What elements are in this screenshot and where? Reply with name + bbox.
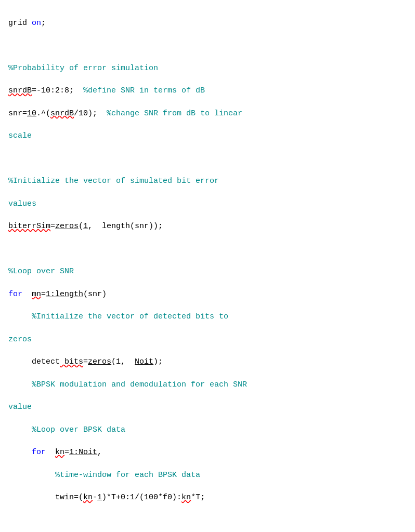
line-comment-loop-bpsk: %Loop over BPSK data xyxy=(8,424,407,436)
line-values: values xyxy=(8,198,407,210)
line-comment-init: %Initialize the vector of detected bits … xyxy=(8,311,407,323)
line-comment-loop: %Loop over SNR xyxy=(8,266,407,277)
line-detect: detect bits=zeros(1, Noit); xyxy=(8,356,407,368)
line-snrdb: snrdB=-10:2:8; %define SNR in terms of d… xyxy=(8,85,407,97)
code-editor: grid on; %Probability of error simulatio… xyxy=(8,6,407,532)
line-blank-2 xyxy=(8,153,407,165)
line-comment-twin: %time-window for each BPSK data xyxy=(8,470,407,481)
line-blank-4 xyxy=(8,515,407,526)
line-zeros-comment: zeros xyxy=(8,334,407,345)
line-twin: twin=(kn-1)*T+0:1/(100*f0):kn*T; xyxy=(8,492,407,503)
line-biterrsim: biterrSim=zeros(1, length(snr)); xyxy=(8,221,407,232)
line-value-comment: value xyxy=(8,402,407,413)
line-blank-1 xyxy=(8,40,407,51)
line-for1: for mn=1:length(snr) xyxy=(8,289,407,300)
line-1: grid on; xyxy=(8,18,407,29)
line-blank-3 xyxy=(8,244,407,255)
line-comment-1: %Probability of error simulation xyxy=(8,63,407,74)
line-snr: snr=10.^(snrdB/10); %change SNR from dB … xyxy=(8,108,407,119)
line-scale: scale xyxy=(8,130,407,142)
line-for2: for kn=1:Noit, xyxy=(8,447,407,458)
line-comment-2: %Initialize the vector of simulated bit … xyxy=(8,176,407,187)
line-comment-bpsk: %BPSK modulation and demodulation for ea… xyxy=(8,379,407,391)
